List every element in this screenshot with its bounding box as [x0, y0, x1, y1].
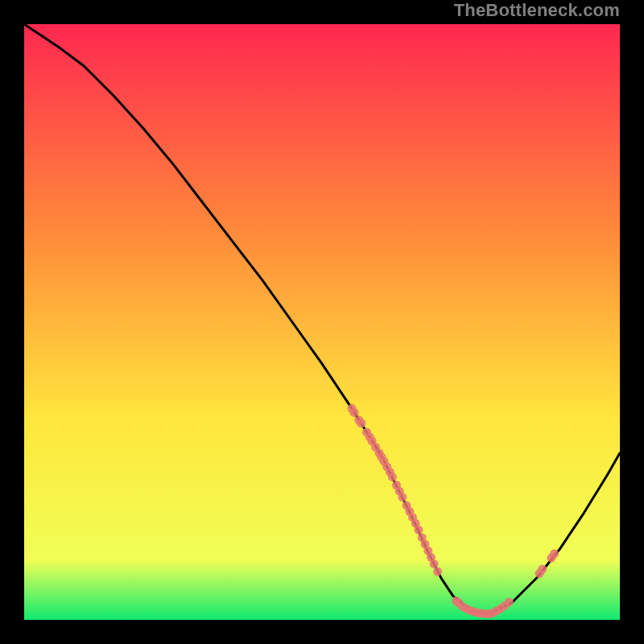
data-marker [433, 568, 442, 576]
chart-svg [24, 24, 620, 620]
gradient-background [24, 24, 620, 620]
watermark-text: TheBottleneck.com [454, 0, 620, 21]
plot-area [24, 24, 620, 620]
data-marker [505, 597, 514, 606]
data-marker [349, 408, 358, 417]
data-marker [538, 565, 547, 574]
data-marker [357, 419, 365, 427]
data-marker [550, 549, 559, 558]
data-marker [430, 559, 439, 568]
data-marker [414, 526, 423, 535]
chart-frame: TheBottleneck.com [0, 0, 644, 644]
data-marker [388, 473, 397, 481]
data-marker [398, 493, 407, 502]
